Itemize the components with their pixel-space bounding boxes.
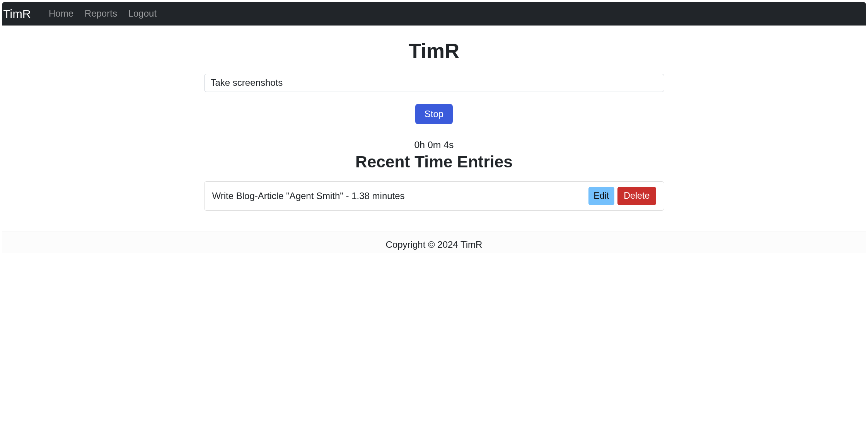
list-item: Write Blog-Article "Agent Smith" - 1.38 … bbox=[204, 181, 664, 211]
delete-button[interactable]: Delete bbox=[617, 187, 656, 205]
nav-link-reports[interactable]: Reports bbox=[79, 5, 123, 22]
entry-text: Write Blog-Article "Agent Smith" - 1.38 … bbox=[212, 191, 405, 201]
navbar: TimR Home Reports Logout bbox=[2, 2, 866, 26]
entry-actions: Edit Delete bbox=[588, 187, 656, 205]
navbar-nav: Home Reports Logout bbox=[43, 8, 162, 19]
navbar-brand[interactable]: TimR bbox=[2, 5, 34, 22]
nav-link-home[interactable]: Home bbox=[43, 5, 79, 22]
stop-button[interactable]: Stop bbox=[415, 104, 452, 124]
footer-text: Copyright © 2024 TimR bbox=[386, 239, 483, 250]
edit-button[interactable]: Edit bbox=[588, 187, 615, 205]
page-title: TimR bbox=[204, 39, 664, 63]
task-name-input[interactable] bbox=[204, 74, 664, 92]
footer: Copyright © 2024 TimR bbox=[2, 232, 866, 253]
elapsed-time: 0h 0m 4s bbox=[204, 140, 664, 150]
nav-link-logout[interactable]: Logout bbox=[123, 5, 162, 22]
recent-entries-heading: Recent Time Entries bbox=[204, 153, 664, 171]
main-container: TimR Stop 0h 0m 4s Recent Time Entries W… bbox=[198, 39, 670, 211]
entries-list: Write Blog-Article "Agent Smith" - 1.38 … bbox=[204, 181, 664, 211]
